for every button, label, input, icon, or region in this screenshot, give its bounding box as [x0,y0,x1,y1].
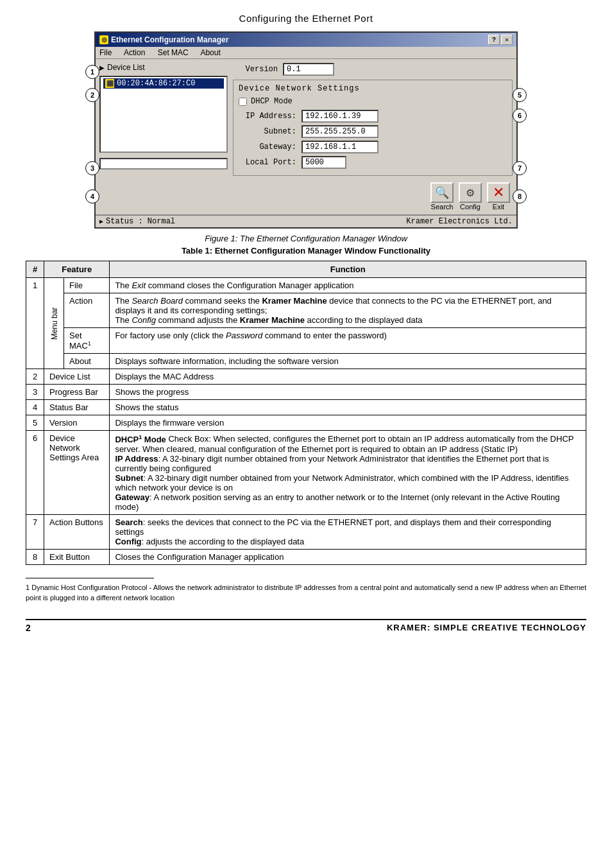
config-button-label: Config [460,203,480,211]
dhcp-checkbox[interactable] [239,98,247,106]
device-mac: 00:20:4A:86:27:C0 [117,79,195,88]
function-network: DHCP1 Mode Check Box: When selected, con… [110,431,586,514]
figure-caption: Figure 1: The Ethernet Configuration Man… [26,234,586,243]
gateway-input[interactable] [302,141,378,153]
table-row: 1 Menu bar File The Exit command closes … [26,278,586,293]
feature-setmac: Set MAC1 [64,328,110,354]
ecm-right-panel: Version Device Network Settings DHCP Mod… [233,63,513,211]
device-list-item[interactable]: ⬛ 00:20:4A:86:27:C0 [103,78,224,89]
table-row: 5 Version Displays the firmware version [26,415,586,431]
feature-progress: Progress Bar [44,385,110,400]
ecm-titlebar: ⚙ Ethernet Configuration Manager ? ✕ [96,33,516,47]
table-row: 7 Action Buttons Search: seeks the devic… [26,514,586,549]
ecm-app-icon: ⚙ [99,35,108,44]
function-exit-btn: Closes the Configuration Manager applica… [110,549,586,564]
config-icon: ⚙ [459,182,482,203]
dhcp-label: DHCP Mode [251,97,293,106]
row-num-5: 5 [26,415,44,431]
function-action-btns: Search: seeks the devices that connect t… [110,514,586,549]
gateway-row: Gateway: [239,141,507,153]
callout-4: 4 [85,189,99,204]
version-input[interactable] [283,63,334,76]
company-text: Kramer Electronics Ltd. [406,217,513,226]
status-bar: Status : Normal Kramer Electronics Ltd. [96,214,516,227]
local-port-label: Local Port: [239,158,296,167]
callout-5: 5 [513,88,527,102]
table-row: 8 Exit Button Closes the Configuration M… [26,549,586,564]
exit-button-label: Exit [493,203,504,211]
device-list-box[interactable]: ⬛ 00:20:4A:86:27:C0 [99,76,228,153]
ecm-title-text: Ethernet Configuration Manager [111,35,228,44]
menu-file[interactable]: File [99,48,112,57]
local-port-input[interactable] [302,156,346,169]
th-num: # [26,261,44,278]
footer-company: KRAMER: SIMPLE CREATIVE TECHNOLOGY [387,623,586,632]
ip-label: IP Address: [239,112,296,121]
row-num-4: 4 [26,400,44,415]
callout-8: 8 [513,189,527,204]
page-footer: 2 KRAMER: SIMPLE CREATIVE TECHNOLOGY [26,619,586,633]
table-caption: Table 1: Ethernet Configuration Manager … [26,246,586,256]
ip-row: IP Address: [239,110,507,123]
ecm-window: ⚙ Ethernet Configuration Manager ? ✕ Fil… [94,31,518,229]
function-device-list: Displays the MAC Address [110,369,586,385]
callout-2: 2 [85,88,99,102]
exit-button[interactable]: ✕ Exit [487,182,510,211]
progress-bar-container [99,158,228,169]
ecm-body: Device List ⬛ 00:20:4A:86:27:C0 Version [96,59,516,214]
menu-about[interactable]: About [200,48,220,57]
function-about: Displays software information, including… [110,354,586,369]
table-row: 6 Device NetworkSettings Area DHCP1 Mode… [26,431,586,514]
close-window-button[interactable]: ✕ [501,35,513,45]
device-list-label: Device List [99,63,228,72]
menu-bar-label: Menu bar [44,278,64,369]
version-label: Version [233,65,278,74]
footnote: 1 Dynamic Host Configuration Protocol - … [26,582,586,603]
menu-action[interactable]: Action [124,48,145,57]
help-button[interactable]: ? [488,35,500,45]
function-status: Shows the status [110,400,586,415]
table-row: 2 Device List Displays the MAC Address [26,369,586,385]
subnet-input[interactable] [302,125,378,138]
function-progress: Shows the progress [110,385,586,400]
local-port-row: Local Port: [239,156,507,169]
feature-action: Action [64,293,110,328]
footnote-divider [26,578,154,578]
callout-6: 6 [513,108,527,123]
config-button[interactable]: ⚙ Config [459,182,482,211]
search-button[interactable]: 🔍 Search [430,182,454,211]
ecm-title: ⚙ Ethernet Configuration Manager [99,35,228,44]
ecm-left-panel: Device List ⬛ 00:20:4A:86:27:C0 [99,63,228,211]
feature-exit-btn: Exit Button [44,549,110,564]
progress-bar [99,158,228,169]
row-num-6: 6 [26,431,44,514]
function-version: Displays the firmware version [110,415,586,431]
row-num-1: 1 [26,278,44,369]
feature-action-btns: Action Buttons [44,514,110,549]
row-num-3: 3 [26,385,44,400]
table-row: 3 Progress Bar Shows the progress [26,385,586,400]
device-network-settings: Device Network Settings DHCP Mode IP Add… [233,80,513,176]
th-feature: Feature [44,261,110,278]
status-text: Status : Normal [99,217,175,226]
search-icon: 🔍 [430,182,454,203]
row-num-8: 8 [26,549,44,564]
dhcp-row: DHCP Mode [239,97,507,106]
callout-1: 1 [85,65,99,79]
feature-file: File [64,278,110,293]
page-title: Configuring the Ethernet Port [26,13,586,24]
footnote-text: Dynamic Host Configuration Protocol - Al… [26,584,586,602]
ecm-titlebar-buttons[interactable]: ? ✕ [488,35,513,45]
table-row: About Displays software information, inc… [26,354,586,369]
version-row: Version [233,63,513,76]
menu-set-mac[interactable]: Set MAC [158,48,189,57]
main-table: # Feature Function 1 Menu bar File The E… [26,261,586,565]
function-setmac: For factory use only (click the Password… [110,328,586,354]
row-num-7: 7 [26,514,44,549]
search-button-label: Search [431,203,454,211]
feature-network: Device NetworkSettings Area [44,431,110,514]
action-buttons-row: 🔍 Search ⚙ Config ✕ Exit [233,182,513,211]
ecm-diagram: 1 2 3 4 5 6 7 8 ⚙ Ethernet Configuration… [94,31,518,229]
function-file: The Exit command closes the Configuratio… [110,278,586,293]
ip-input[interactable] [302,110,378,123]
